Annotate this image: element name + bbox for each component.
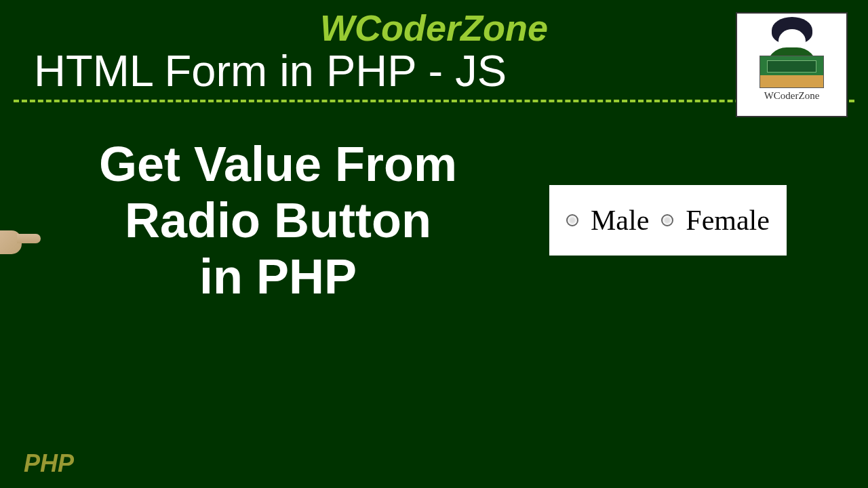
radio-icon (661, 214, 673, 226)
brand-logo: WCoderZone (736, 12, 848, 117)
topic-line-2: Radio Button (125, 193, 431, 247)
logo-laptop-icon (760, 56, 824, 88)
topic-title: Get Value From Radio Button in PHP (34, 136, 522, 304)
topic-line-3: in PHP (199, 249, 357, 304)
pointing-hand-icon (0, 224, 41, 261)
topic-line-1: Get Value From (99, 137, 457, 191)
logo-person-icon (758, 17, 826, 61)
radio-icon (566, 214, 578, 226)
divider (14, 100, 854, 102)
radio-example-box: Male Female (549, 185, 787, 256)
main-content: Get Value From Radio Button in PHP Male … (0, 136, 868, 304)
radio-option-male: Male (591, 204, 649, 237)
footer-label: PHP (24, 449, 74, 478)
logo-text: WCoderZone (764, 90, 820, 102)
radio-option-female: Female (686, 204, 770, 237)
